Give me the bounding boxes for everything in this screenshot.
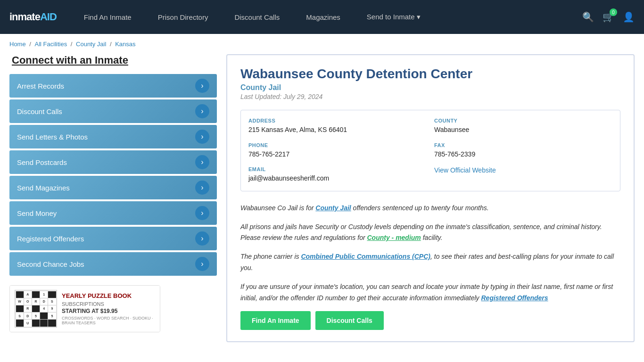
ad-banner[interactable]: A1 WORDS R49 SD55 U YEARLY PUZZLE BOOK S… bbox=[9, 285, 160, 332]
sidebar-title: Connect with an Inmate bbox=[9, 54, 217, 66]
ad-subtitle: SUBSCRIPTIONS bbox=[62, 301, 155, 307]
info-grid: ADDRESS 215 Kansas Ave, Alma, KS 66401 C… bbox=[240, 110, 620, 191]
cart-icon[interactable]: 🛒 0 bbox=[603, 11, 614, 23]
breadcrumb-sep-1: / bbox=[29, 41, 33, 48]
discount-calls-button[interactable]: Discount Calls bbox=[315, 311, 384, 330]
desc1-post: offenders sentenced up to twenty four mo… bbox=[351, 204, 489, 212]
nav-prison-directory[interactable]: Prison Directory bbox=[145, 0, 222, 34]
sidebar-discount-calls[interactable]: Discount Calls › bbox=[9, 99, 217, 123]
nav-find-inmate[interactable]: Find An Inmate bbox=[71, 0, 145, 34]
fax-value: 785-765-2339 bbox=[434, 150, 612, 159]
ad-banner-inner: A1 WORDS R49 SD55 U YEARLY PUZZLE BOOK S… bbox=[10, 286, 160, 332]
header-icons: 🔍 🛒 0 👤 bbox=[582, 11, 635, 23]
sidebar-send-postcards-label: Send Postcards bbox=[17, 158, 67, 166]
ad-price: STARTING AT $19.95 bbox=[62, 308, 155, 314]
sidebar-send-money-label: Send Money bbox=[17, 209, 57, 217]
desc1-pre: Wabaunsee Co Jail is for bbox=[240, 204, 315, 212]
breadcrumb-home[interactable]: Home bbox=[9, 41, 26, 48]
desc-paragraph-4: If you are unsure of your inmate's locat… bbox=[240, 281, 620, 304]
main-nav: Find An Inmate Prison Directory Discount… bbox=[71, 0, 582, 34]
website-link[interactable]: View Official Website bbox=[434, 166, 496, 174]
county-label: COUNTY bbox=[434, 118, 612, 123]
breadcrumb-all-facilities[interactable]: All Facilities bbox=[35, 41, 67, 48]
website-field: View Official Website bbox=[434, 166, 612, 183]
desc-paragraph-3: The phone carrier is Combined Public Com… bbox=[240, 251, 620, 274]
cart-badge: 0 bbox=[610, 8, 617, 16]
breadcrumb-sep-2: / bbox=[71, 41, 74, 48]
logo[interactable]: inmateAID bbox=[9, 11, 57, 23]
sidebar-arrest-records-label: Arrest Records bbox=[17, 82, 64, 90]
ad-title: YEARLY PUZZLE BOOK bbox=[62, 292, 155, 300]
sidebar-menu: Arrest Records › Discount Calls › Send L… bbox=[9, 74, 217, 276]
sidebar: Connect with an Inmate Arrest Records › … bbox=[9, 54, 217, 342]
ad-categories: CROSSWORDS · WORD SEARCH · SUDOKU · BRAI… bbox=[62, 316, 155, 325]
sidebar-send-magazines[interactable]: Send Magazines › bbox=[9, 176, 217, 199]
desc2-post: facility. bbox=[421, 234, 443, 241]
address-field: ADDRESS 215 Kansas Ave, Alma, KS 66401 bbox=[248, 118, 427, 135]
sidebar-registered-offenders[interactable]: Registered Offenders › bbox=[9, 227, 217, 250]
breadcrumb-state[interactable]: Kansas bbox=[115, 41, 135, 48]
fax-label: FAX bbox=[434, 142, 612, 148]
address-value: 215 Kansas Ave, Alma, KS 66401 bbox=[248, 125, 427, 135]
email-value: jail@wabaunseesheriff.com bbox=[248, 174, 427, 183]
sidebar-send-money[interactable]: Send Money › bbox=[9, 201, 217, 225]
sidebar-arrow-2: › bbox=[195, 104, 209, 118]
desc1-link[interactable]: County Jail bbox=[315, 204, 351, 212]
county-value: Wabaunsee bbox=[434, 125, 612, 135]
desc2-link[interactable]: County - medium bbox=[367, 234, 421, 241]
sidebar-arrest-records[interactable]: Arrest Records › bbox=[9, 74, 217, 98]
sidebar-send-postcards[interactable]: Send Postcards › bbox=[9, 150, 217, 174]
phone-label: PHONE bbox=[248, 142, 427, 148]
sidebar-arrow-3: › bbox=[195, 130, 209, 144]
sidebar-arrow-8: › bbox=[195, 257, 209, 271]
nav-magazines[interactable]: Magazines bbox=[293, 0, 354, 34]
sidebar-arrow-6: › bbox=[195, 206, 209, 220]
breadcrumb-county-jail[interactable]: County Jail bbox=[76, 41, 106, 48]
header: inmateAID Find An Inmate Prison Director… bbox=[0, 0, 644, 34]
breadcrumb: Home / All Facilities / County Jail / Ka… bbox=[0, 34, 644, 54]
sidebar-send-letters-label: Send Letters & Photos bbox=[17, 133, 88, 141]
phone-field: PHONE 785-765-2217 bbox=[248, 142, 427, 159]
facility-type: County Jail bbox=[240, 83, 620, 92]
desc3-link[interactable]: Combined Public Communications (CPC) bbox=[301, 253, 430, 260]
desc-paragraph-1: Wabaunsee Co Jail is for County Jail off… bbox=[240, 203, 620, 214]
ad-puzzle-image: A1 WORDS R49 SD55 U bbox=[15, 290, 57, 328]
fax-field: FAX 785-765-2339 bbox=[434, 142, 612, 159]
desc-paragraph-2: All prisons and jails have Security or C… bbox=[240, 222, 620, 244]
sidebar-arrow-1: › bbox=[195, 79, 209, 93]
desc4-link[interactable]: Registered Offenders bbox=[481, 294, 548, 302]
description: Wabaunsee Co Jail is for County Jail off… bbox=[240, 203, 620, 304]
desc4-text: If you are unsure of your inmate's locat… bbox=[240, 283, 613, 302]
bottom-buttons: Find An Inmate Discount Calls bbox=[240, 311, 620, 330]
nav-discount-calls[interactable]: Discount Calls bbox=[221, 0, 293, 34]
content-panel: Wabaunsee County Detention Center County… bbox=[226, 54, 635, 342]
logo-text: inmateAID bbox=[9, 11, 57, 23]
sidebar-arrow-5: › bbox=[195, 181, 209, 195]
ad-text: YEARLY PUZZLE BOOK SUBSCRIPTIONS STARTIN… bbox=[62, 292, 155, 326]
desc3-pre: The phone carrier is bbox=[240, 253, 301, 260]
breadcrumb-sep-3: / bbox=[110, 41, 113, 48]
last-updated: Last Updated: July 29, 2024 bbox=[240, 93, 620, 100]
user-icon[interactable]: 👤 bbox=[623, 11, 635, 23]
find-inmate-button[interactable]: Find An Inmate bbox=[240, 311, 311, 330]
sidebar-second-chance-jobs-label: Second Chance Jobs bbox=[17, 260, 84, 268]
sidebar-send-letters[interactable]: Send Letters & Photos › bbox=[9, 125, 217, 148]
county-field: COUNTY Wabaunsee bbox=[434, 118, 612, 135]
sidebar-second-chance-jobs[interactable]: Second Chance Jobs › bbox=[9, 252, 217, 276]
sidebar-send-magazines-label: Send Magazines bbox=[17, 184, 70, 192]
sidebar-discount-calls-label: Discount Calls bbox=[17, 107, 62, 115]
main-container: Connect with an Inmate Arrest Records › … bbox=[0, 54, 644, 356]
sidebar-arrow-4: › bbox=[195, 155, 209, 169]
sidebar-registered-offenders-label: Registered Offenders bbox=[17, 235, 84, 243]
phone-value: 785-765-2217 bbox=[248, 150, 427, 159]
search-icon[interactable]: 🔍 bbox=[582, 11, 594, 23]
nav-send-to-inmate[interactable]: Send to Inmate ▾ bbox=[354, 0, 434, 34]
sidebar-arrow-7: › bbox=[195, 231, 209, 246]
facility-name: Wabaunsee County Detention Center bbox=[240, 66, 620, 82]
email-field: EMAIL jail@wabaunseesheriff.com bbox=[248, 166, 427, 183]
email-label: EMAIL bbox=[248, 166, 427, 172]
address-label: ADDRESS bbox=[248, 118, 427, 123]
